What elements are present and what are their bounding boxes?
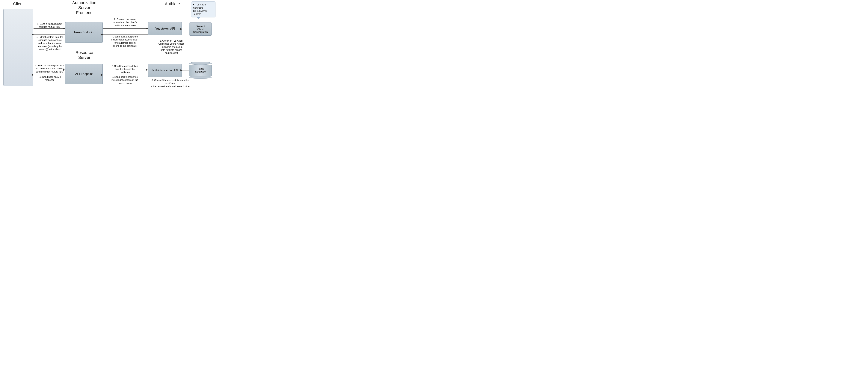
step8-label: 8. Check if the access token and the cer…: [150, 79, 191, 88]
callout-bubble: • "TLS ClientCertificateBound AccessToke…: [191, 1, 215, 18]
auth-server-header: AuthorizationServerFrontend: [67, 0, 101, 15]
token-endpoint-box: Token Endpoint: [65, 22, 103, 43]
step9-label: 9. Send back a responseincluding the sta…: [104, 75, 145, 85]
step4-label: 4. Send back a responseincluding an acce…: [104, 35, 145, 48]
token-database-cylinder: TokenDatabase: [189, 62, 212, 79]
api-endpoint-box: API Endpoint: [65, 64, 103, 84]
auth-token-api-box: /auth/token API: [148, 22, 182, 35]
authlete-header: Authlete: [157, 1, 187, 6]
step2-label: 2. Forward the tokenrequest and the clie…: [104, 18, 145, 27]
step7-label: 7. Send the access tokenand the the clie…: [104, 65, 145, 74]
resource-server-header: ResourceServer: [69, 50, 99, 60]
step1-label: 1. Send a token request through mutual T…: [36, 23, 64, 29]
step5-label: 5. Extract content from theresponse from…: [36, 36, 64, 51]
step6-label: 6. Send an API request withthe certifica…: [35, 64, 64, 73]
step10-label: 10. Send back an APIresponse: [36, 75, 64, 82]
client-header: Client: [3, 1, 33, 6]
diagram-container: Client AuthorizationServerFrontend Authl…: [0, 0, 217, 94]
step3-label: 3. Check if "TLS ClientCertificate Bound…: [155, 39, 187, 55]
client-panel: [3, 9, 33, 86]
server-client-config-box: Server /ClientConfiguration: [189, 23, 212, 36]
introspection-api-box: /auth/introspection API: [148, 64, 182, 77]
